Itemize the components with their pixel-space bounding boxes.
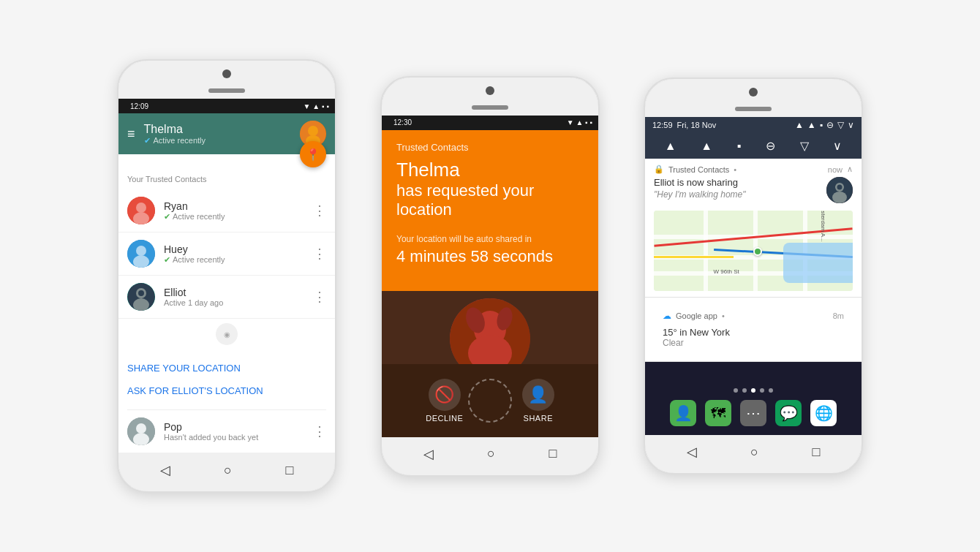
weather-title: 15° in New York: [663, 327, 844, 338]
share-btn[interactable]: 👤 SHARE: [522, 379, 554, 423]
contact-status-elliot: Active 1 day ago: [164, 298, 313, 307]
svg-point-1: [308, 126, 318, 136]
recents-icon-2[interactable]: □: [549, 446, 557, 461]
status-bar-1: 12:09 ▼ ▲ ▪ ▪: [118, 99, 335, 113]
status-icons-3: ▲ ▲ ▪ ⊖ ▽ ∨: [795, 120, 854, 130]
back-icon-2[interactable]: ◁: [423, 446, 434, 462]
more-icon-huey[interactable]: ⋮: [313, 246, 326, 262]
ask-location-link[interactable]: ASK FOR ELLIOT'S LOCATION: [127, 379, 326, 402]
share-location-link[interactable]: SHARE YOUR LOCATION: [127, 357, 326, 379]
map-bg: W 96th St Amsterdam A...: [654, 211, 853, 291]
header-subtitle: ✔ Active recently: [144, 136, 206, 145]
decline-label: DECLINE: [426, 414, 463, 423]
scroll-indicator: ◉: [216, 323, 238, 345]
contact-info-ryan: Ryan ✔ Active recently: [164, 200, 313, 222]
back-icon-3[interactable]: ◁: [687, 444, 697, 460]
recents-icon-1[interactable]: □: [285, 463, 293, 478]
status-bar-2: 12:30 ▼ ▲ ▪ ▪: [382, 116, 598, 130]
contact-item-huey[interactable]: Huey ✔ Active recently ⋮: [118, 232, 335, 276]
phone-3-speaker: [735, 107, 772, 111]
dashed-circle: [468, 379, 512, 423]
notif-avatar-elliot: [826, 177, 853, 203]
qs-battery[interactable]: ▪: [737, 140, 742, 153]
contact-info-huey: Huey ✔ Active recently: [164, 243, 313, 265]
recents-icon-3[interactable]: □: [812, 445, 820, 460]
back-icon-1[interactable]: ◁: [160, 462, 170, 478]
notif-dot: •: [734, 165, 736, 174]
qs-signal[interactable]: ▲: [701, 140, 712, 153]
contact-name-pop: Pop: [164, 421, 313, 433]
app-icon-launcher[interactable]: ⋯: [740, 400, 766, 426]
nav-bar-1: ◁ ○ □: [118, 462, 335, 478]
map-label: W 96th St: [714, 268, 739, 275]
phone-1-top: [118, 61, 335, 99]
contact-name-ryan: Ryan: [164, 200, 313, 212]
app-header-1: ≡ Thelma ✔ Active recently �: [118, 113, 335, 154]
check-icon: ✔: [164, 255, 170, 265]
chrome-icon: 🌐: [815, 404, 833, 422]
home-icon-1[interactable]: ○: [224, 463, 232, 478]
battery-icon-3: ▪: [820, 120, 823, 130]
contact-item-elliot[interactable]: Elliot Active 1 day ago ⋮: [118, 276, 335, 319]
menu-icon[interactable]: ≡: [127, 126, 135, 142]
decline-btn[interactable]: 🚫 DECLINE: [426, 379, 463, 423]
home-icon-3[interactable]: ○: [750, 445, 758, 460]
qs-wifi[interactable]: ▲: [665, 140, 676, 153]
phone-3: 12:59 Fri, 18 Nov ▲ ▲ ▪ ⊖ ▽ ∨ ▲ ▲ ▪ ⊖ ▽ …: [644, 77, 863, 475]
notif-title-1: Elliot is now sharing: [654, 177, 819, 188]
dnd-icon-3: ⊖: [826, 120, 834, 130]
phone-3-top: [645, 79, 862, 117]
location-fab[interactable]: 📍: [300, 141, 326, 167]
notif-body-1: Elliot is now sharing "Hey I'm walking h…: [645, 177, 862, 211]
phones-container: 12:09 ▼ ▲ ▪ ▪ ≡ Thelma ✔ Active recently: [102, 45, 878, 507]
app-icon-contacts[interactable]: 👤: [670, 400, 696, 426]
avatar-section: 🚫 DECLINE 👤 SHARE: [382, 291, 598, 437]
qs-dnd[interactable]: ⊖: [766, 139, 775, 153]
maps-icon: 🗺: [711, 405, 725, 422]
action-links: SHARE YOUR LOCATION ASK FOR ELLIOT'S LOC…: [118, 349, 335, 409]
more-icon-ryan[interactable]: ⋮: [313, 203, 326, 219]
contact-item-ryan[interactable]: Ryan ✔ Active recently ⋮: [118, 189, 335, 232]
contact-info-pop: Pop Hasn't added you back yet: [164, 421, 313, 442]
contact-item-pop[interactable]: Pop Hasn't added you back yet ⋮: [118, 410, 335, 453]
contacts-icon: 👤: [674, 404, 693, 422]
dots-row: [734, 388, 773, 393]
qs-expand[interactable]: ∨: [833, 139, 842, 153]
tc-label: Trusted Contacts: [396, 142, 584, 153]
filter-icon-3: ▽: [837, 120, 844, 130]
notification-weather[interactable]: ☁ Google app • 8m 15° in New York Clear: [645, 298, 862, 362]
app-icon-hangouts[interactable]: 💬: [775, 400, 802, 426]
svg-point-23: [832, 192, 847, 203]
wifi-icon-3: ▲: [795, 120, 804, 130]
launcher-icon: ⋯: [746, 404, 761, 422]
avatar-ryan: [127, 197, 155, 224]
phone-2-bottom: ◁ ○ □: [382, 437, 598, 475]
notif-time-1: now: [828, 165, 843, 174]
weather-app-name: Google app: [676, 311, 717, 320]
avatar-elliot: [127, 283, 155, 311]
more-icon-pop[interactable]: ⋮: [313, 423, 326, 439]
status-date-3: Fri, 18 Nov: [677, 121, 717, 129]
cloud-icon: ☁: [663, 311, 671, 321]
dot-4: [760, 388, 764, 393]
notif-quote-1: "Hey I'm walking home": [654, 189, 819, 200]
request-text: has requested your location: [396, 181, 584, 219]
phone-2-screen: 12:30 ▼ ▲ ▪ ▪ Trusted Contacts Thelma ha…: [382, 116, 598, 437]
battery-icon: ▪: [326, 102, 329, 110]
expand-icon-3[interactable]: ∨: [848, 120, 854, 130]
home-icon-2[interactable]: ○: [487, 446, 495, 461]
map-location-dot: [753, 247, 762, 256]
app-icon-maps[interactable]: 🗺: [705, 400, 731, 426]
notification-trusted-contacts[interactable]: 🔒 Trusted Contacts • now ∧ Elliot is now…: [645, 159, 862, 298]
share-label: SHARE: [524, 414, 553, 423]
weather-header: ☁ Google app • 8m: [654, 305, 853, 324]
app-icon-chrome[interactable]: 🌐: [810, 400, 837, 426]
map-label-2: Amsterdam A...: [820, 211, 826, 242]
qs-filter[interactable]: ▽: [800, 139, 809, 153]
requester-name: Thelma: [396, 159, 584, 181]
share-icon: 👤: [522, 379, 554, 411]
expand-icon-notif1[interactable]: ∧: [847, 165, 853, 174]
contact-status-ryan: ✔ Active recently: [164, 212, 313, 222]
more-icon-elliot[interactable]: ⋮: [313, 289, 326, 305]
phone-1-speaker: [208, 88, 245, 93]
